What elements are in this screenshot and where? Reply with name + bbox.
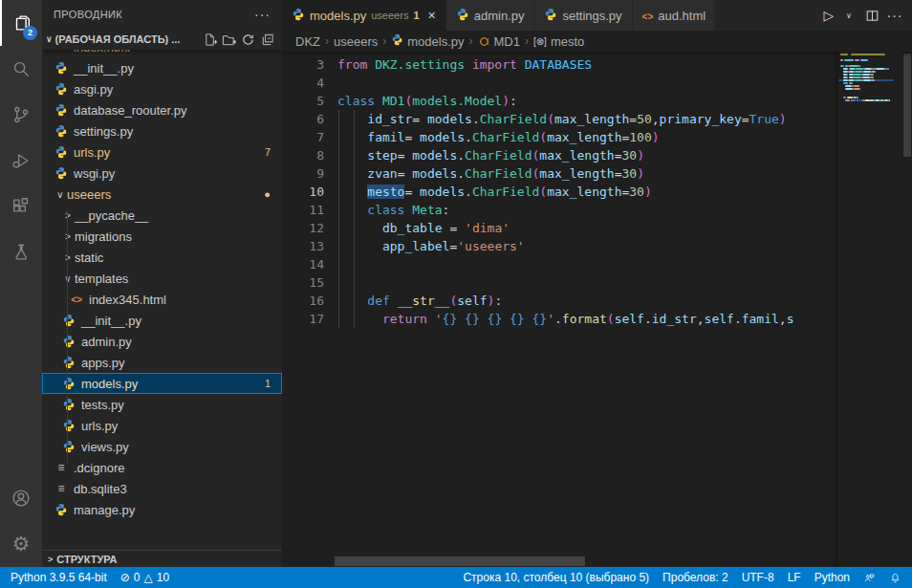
tree-item-apps-py[interactable]: apps.py <box>42 352 282 373</box>
run-dropdown-icon[interactable]: ∨ <box>839 4 858 27</box>
run-button[interactable]: ▷ <box>819 4 838 27</box>
tree-item-manage-py[interactable]: manage.py <box>42 499 282 520</box>
tree-item-db-sqlite3[interactable]: ≡db.sqlite3 <box>42 478 282 499</box>
tree-item-templates[interactable]: ∨templates <box>42 268 282 289</box>
tree-item-static[interactable]: >static <box>42 247 282 268</box>
python-icon <box>61 419 76 432</box>
tab-admin-py[interactable]: admin.py <box>446 0 535 31</box>
python-icon <box>54 82 69 96</box>
code-line-16[interactable]: 16 def __str__(self): <box>282 292 912 310</box>
tab-description: useeers <box>371 10 408 21</box>
tree-item-admin-py[interactable]: admin.py <box>42 331 282 352</box>
code-line-14[interactable]: 14 <box>282 255 912 273</box>
minimap-line <box>874 79 875 81</box>
search-icon[interactable] <box>0 46 42 92</box>
status-строка[interactable]: Строка 10, столбец 10 (выбрано 5) <box>456 567 656 588</box>
tree-item--dcignore[interactable]: ≡.dcignore <box>42 457 282 478</box>
python-interpreter-status[interactable]: Python 3.9.5 64-bit <box>4 567 114 588</box>
tree-item-urls-py[interactable]: urls.py <box>42 415 282 436</box>
outline-section-header[interactable]: > СТРУКТУРА <box>42 550 282 567</box>
code-line-6[interactable]: 6 id_str= models.CharField(max_length=50… <box>282 110 912 128</box>
line-number: 13 <box>282 237 324 255</box>
source-control-icon[interactable] <box>0 92 42 138</box>
minimap-line <box>873 74 874 76</box>
tree-item-urls-py[interactable]: urls.py7 <box>42 142 282 163</box>
code-line-13[interactable]: 13 app_label='useeers' <box>282 237 912 255</box>
tab-models-py[interactable]: models.pyuseeers1× <box>282 0 446 31</box>
code-line-4[interactable]: 4 <box>282 74 912 92</box>
status-utf-8[interactable]: UTF-8 <box>735 567 781 588</box>
horizontal-scrollbar[interactable] <box>335 556 585 566</box>
breadcrumb-item-md1[interactable]: MD1 <box>478 34 520 49</box>
line-content: mesto= models.CharField(max_length=30) <box>337 183 652 201</box>
refresh-icon[interactable] <box>238 31 257 48</box>
tree-item-index-html[interactable]: <>index.html <box>42 50 282 57</box>
tab-settings-py[interactable]: settings.py <box>534 0 632 31</box>
account-icon[interactable] <box>0 475 42 521</box>
bell-icon[interactable] <box>882 567 908 588</box>
feedback-icon[interactable] <box>857 567 882 588</box>
tree-item-wsgi-py[interactable]: wsgi.py <box>42 163 282 184</box>
code-line-15[interactable]: 15 <box>282 273 912 292</box>
tree-item--init-py[interactable]: __init__.py <box>42 57 282 78</box>
tree-item-models-py[interactable]: models.py1 <box>42 373 282 394</box>
new-file-icon[interactable] <box>200 31 219 48</box>
line-number: 7 <box>282 128 324 146</box>
settings-gear-icon[interactable]: ⚙ <box>0 521 42 567</box>
workspace-section-header[interactable]: ∨ (РАБОЧАЯ ОБЛАСТЬ) ... <box>42 29 282 50</box>
breadcrumb-item-dkz[interactable]: DKZ <box>295 34 320 49</box>
tree-item-label: urls.py <box>81 419 118 433</box>
more-actions-icon[interactable]: ··· <box>885 4 904 27</box>
new-folder-icon[interactable] <box>219 31 238 48</box>
split-editor-icon[interactable] <box>862 4 881 27</box>
tree-item-index345-html[interactable]: <>index345.html <box>42 289 282 310</box>
testing-icon[interactable] <box>0 229 42 275</box>
code-line-10[interactable]: 10 mesto= models.CharField(max_length=30… <box>282 183 912 201</box>
breadcrumb-item-models-py[interactable]: models.py <box>391 33 464 49</box>
tree-item--init-py[interactable]: __init__.py <box>42 310 282 331</box>
status-lf[interactable]: LF <box>781 567 808 588</box>
vertical-scrollbar[interactable] <box>902 52 912 567</box>
status-label: LF <box>788 571 801 584</box>
minimap-line <box>855 59 859 61</box>
tree-item-migrations[interactable]: >migrations <box>42 226 282 247</box>
code-line-12[interactable]: 12 db_table = 'dima' <box>282 219 912 237</box>
run-debug-icon[interactable] <box>0 138 42 184</box>
problems-status[interactable]: ⊘0△10 <box>114 567 176 588</box>
breadcrumb-item-mesto[interactable]: [⊗]mesto <box>533 34 584 49</box>
code-line-3[interactable]: 3from DKZ.settings import DATABASES <box>282 55 912 74</box>
python-icon <box>54 61 69 75</box>
workspace-actions <box>200 31 276 48</box>
status-python[interactable]: Python <box>808 567 857 588</box>
explorer-icon[interactable]: 2 <box>0 0 42 46</box>
tab-aud-html[interactable]: <>aud.html <box>633 0 717 31</box>
tree-item-label: apps.py <box>81 356 125 370</box>
minimap-line <box>857 99 858 101</box>
minimap-line <box>840 59 843 61</box>
code-editor[interactable]: 3from DKZ.settings import DATABASES45cla… <box>282 52 912 567</box>
explorer-more-actions-icon[interactable]: ··· <box>254 7 271 22</box>
minimap-line <box>845 88 853 90</box>
tree-item-views-py[interactable]: views.py <box>42 436 282 457</box>
code-line-5[interactable]: 5class MD1(models.Model): <box>282 92 912 110</box>
tree-item-database-roouter-py[interactable]: database_roouter.py <box>42 99 282 120</box>
status-пробелов-[interactable]: Пробелов: 2 <box>656 567 735 588</box>
tree-item-asgi-py[interactable]: asgi.py <box>42 78 282 99</box>
breadcrumb-item-useeers[interactable]: useeers <box>334 34 378 49</box>
code-line-7[interactable]: 7 famil= models.CharField(max_length=100… <box>282 128 912 146</box>
tree-item--pycache-[interactable]: >__pycache__ <box>42 205 282 226</box>
minimap[interactable] <box>838 52 902 567</box>
scrollbar-thumb[interactable] <box>903 54 911 157</box>
close-icon[interactable]: × <box>428 8 436 23</box>
tree-item-useeers[interactable]: ∨useeers● <box>42 184 282 205</box>
code-line-11[interactable]: 11 class Meta: <box>282 201 912 219</box>
tree-item-tests-py[interactable]: tests.py <box>42 394 282 415</box>
line-content: def __str__(self): <box>337 292 502 310</box>
extensions-icon[interactable] <box>0 184 42 229</box>
code-line-9[interactable]: 9 zvan= models.CharField(max_length=30) <box>282 164 912 183</box>
collapse-all-icon[interactable] <box>257 31 276 48</box>
code-line-17[interactable]: 17 return '{} {} {} {} {}'.format(self.i… <box>282 310 912 328</box>
tree-item-settings-py[interactable]: settings.py <box>42 120 282 142</box>
workspace-label: (РАБОЧАЯ ОБЛАСТЬ) ... <box>55 33 200 45</box>
code-line-8[interactable]: 8 step= models.CharField(max_length=30) <box>282 146 912 164</box>
